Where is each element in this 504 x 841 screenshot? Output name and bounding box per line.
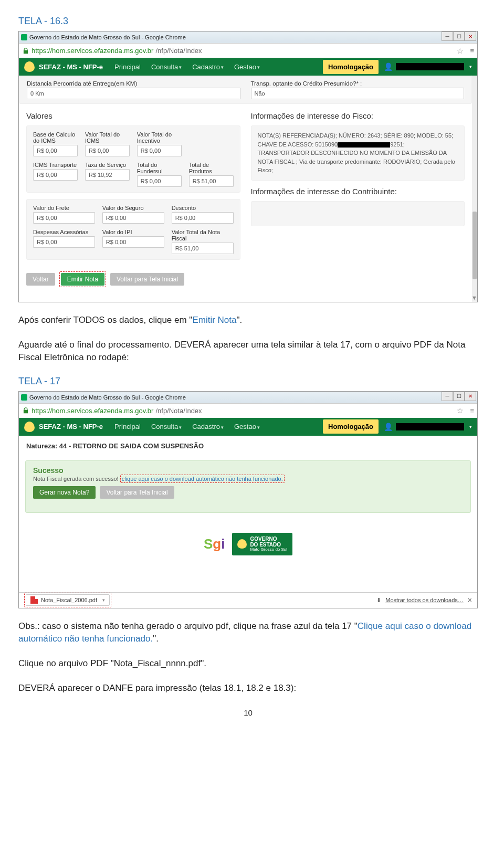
scrollbar-arrow-up[interactable]: ▲ <box>472 33 478 39</box>
browser-favicon <box>21 394 27 401</box>
taxa-servico-field: R$ 10,92 <box>85 169 130 181</box>
despesas-acessorias-field: R$ 0,00 <box>33 236 95 248</box>
url-host: https://hom.servicos.efazenda.ms.gov.br <box>32 47 153 55</box>
valor-total-icms-label: Valor Total do ICMS <box>85 131 130 144</box>
distancia-label: Distancia Percorrida até Entrega(em KM) <box>27 80 240 87</box>
browser-title: Governo do Estado de Mato Grosso do Sul … <box>29 34 186 40</box>
nav-gestao[interactable]: Gestao▾ <box>234 423 260 430</box>
redacted-info <box>338 142 390 148</box>
valor-frete-field: R$ 0,00 <box>33 212 95 224</box>
instruction-paragraph-3: Clique no arquivo PDF "Nota_Fiscal_nnnn.… <box>18 657 478 670</box>
minimize-button[interactable]: ─ <box>442 392 453 401</box>
download-filename: Nota_Fiscal_2006.pdf <box>41 597 97 603</box>
valor-total-nf-label: Valor Total da Nota Fiscal <box>172 229 234 241</box>
bookmark-star-icon[interactable]: ☆ <box>457 47 464 55</box>
download-fallback-link[interactable]: clique aqui caso o download automático n… <box>122 476 283 482</box>
lock-icon <box>22 47 29 55</box>
governo-logo: GOVERNODO ESTADOMato Grosso do Sul <box>232 533 292 555</box>
nav-consulta[interactable]: Consulta▾ <box>151 423 182 430</box>
url-host: https://hom.servicos.efazenda.ms.gov.br <box>32 407 153 415</box>
highlight-download-file: Nota_Fiscal_2006.pdf ▾ <box>24 593 111 607</box>
despesas-acessorias-label: Despesas Acessórias <box>33 229 95 235</box>
user-icon: 👤 <box>384 62 393 71</box>
app-shield-icon <box>24 61 35 72</box>
chrome-menu-icon[interactable]: ≡ <box>470 47 474 55</box>
window-buttons: ─ ☐ ✕ <box>442 31 476 41</box>
highlight-emitir-nota: Emitir Nota <box>59 271 106 287</box>
user-name-redacted <box>396 63 464 70</box>
user-name-redacted <box>396 423 464 430</box>
chrome-menu-icon[interactable]: ≡ <box>470 407 474 415</box>
url-path: /nfp/Nota/Index <box>155 407 202 415</box>
nav-gestao[interactable]: Gestao▾ <box>234 63 260 71</box>
download-arrow-icon: ⬇ <box>376 597 381 604</box>
close-download-bar[interactable]: × <box>468 596 472 604</box>
nav-principal[interactable]: Principal <box>114 423 141 430</box>
base-icms-label: Base de Calculo do ICMS <box>33 131 78 144</box>
emitir-nota-button[interactable]: Emitir Nota <box>61 273 104 286</box>
show-all-downloads-link[interactable]: Mostrar todos os downloads… <box>385 597 464 603</box>
valor-total-incentivo-label: Valor Total do Incentivo <box>137 131 182 144</box>
app-shield-icon <box>24 422 35 432</box>
chevron-down-icon: ▾ <box>179 425 182 430</box>
nav-cadastro[interactable]: Cadastro▾ <box>192 63 224 71</box>
nav-cadastro[interactable]: Cadastro▾ <box>192 423 224 430</box>
taxa-servico-label: Taxa de Serviço <box>85 162 130 168</box>
app-topbar: SEFAZ - MS - NFP-e Principal Consulta▾ C… <box>19 418 477 436</box>
tela-16-3-header: TELA - 16.3 <box>18 16 478 27</box>
close-button[interactable]: ✕ <box>465 392 476 401</box>
valor-total-nf-field: R$ 51,00 <box>172 243 234 254</box>
nav-consulta[interactable]: Consulta▾ <box>151 63 182 71</box>
voltar-tela-inicial-button[interactable]: Voltar para Tela Inicial <box>100 486 174 499</box>
fisco-heading: Informações de interesse do Fisco: <box>251 111 465 120</box>
transp-label: Transp. optante do Crédito Presumido?* : <box>251 80 465 87</box>
download-bar: Nota_Fiscal_2006.pdf ▾ ⬇ Mostrar todos o… <box>19 592 477 608</box>
url-path: /nfp/Nota/Index <box>155 47 202 55</box>
valor-total-incentivo-field: R$ 0,00 <box>137 145 182 156</box>
minimize-button[interactable]: ─ <box>442 31 453 41</box>
user-menu[interactable]: 👤 ▾ <box>384 423 472 431</box>
download-item[interactable]: Nota_Fiscal_2006.pdf ▾ <box>26 594 110 606</box>
chevron-down-icon[interactable]: ▾ <box>102 597 105 603</box>
chevron-down-icon: ▾ <box>469 424 472 429</box>
browser-addressbar: https://hom.servicos.efazenda.ms.gov.br/… <box>19 403 477 418</box>
chevron-down-icon: ▾ <box>179 65 182 70</box>
base-icms-field: R$ 0,00 <box>33 145 78 156</box>
homologacao-badge: Homologação <box>323 60 379 74</box>
fisco-info: NOTA(S) REFERENCIADA(S); NÚMERO: 2643; S… <box>251 125 465 181</box>
total-fundersul-label: Total do Fundersul <box>137 162 182 174</box>
success-panel: Sucesso Nota Fiscal gerada com sucesso! … <box>25 460 471 513</box>
voltar-tela-inicial-button[interactable]: Voltar para Tela Inicial <box>110 273 184 286</box>
maximize-button[interactable]: ☐ <box>453 392 465 401</box>
icms-transporte-label: ICMS Transporte <box>33 162 78 168</box>
chevron-down-icon: ▾ <box>257 65 260 70</box>
app-topbar: SEFAZ - MS - NFP-e Principal Consulta▾ C… <box>19 58 477 76</box>
chevron-down-icon: ▾ <box>221 65 224 70</box>
bookmark-star-icon[interactable]: ☆ <box>457 406 464 415</box>
valor-total-icms-field: R$ 0,00 <box>85 145 130 156</box>
valor-ipi-field: R$ 0,00 <box>102 236 164 248</box>
gerar-nova-nota-button[interactable]: Gerar nova Nota? <box>33 486 96 499</box>
chevron-down-icon: ▾ <box>221 425 224 430</box>
valor-ipi-label: Valor do IPI <box>102 229 164 235</box>
voltar-button[interactable]: Voltar <box>26 273 55 286</box>
transp-field[interactable]: Não <box>251 88 465 99</box>
desconto-field: R$ 0,00 <box>172 212 234 224</box>
browser-favicon <box>21 34 27 40</box>
vertical-scrollbar[interactable] <box>472 76 477 302</box>
maximize-button[interactable]: ☐ <box>453 31 465 41</box>
valor-seguro-label: Valor do Seguro <box>102 205 164 211</box>
sgi-logo: Sgi <box>204 536 225 552</box>
scrollbar-arrow-down[interactable]: ▼ <box>471 295 477 301</box>
desconto-label: Desconto <box>172 205 234 211</box>
browser-titlebar: Governo do Estado de Mato Grosso do Sul … <box>19 392 477 403</box>
app-brand: SEFAZ - MS - NFP-e <box>39 63 103 71</box>
instruction-paragraph-1: Após conferir TODOS os dados, clique em … <box>18 314 478 327</box>
homologacao-badge: Homologação <box>323 419 379 434</box>
browser-addressbar: https://hom.servicos.efazenda.ms.gov.br/… <box>19 43 477 58</box>
lock-icon <box>22 407 29 414</box>
distancia-field[interactable]: 0 Km <box>27 88 240 99</box>
natureza-row: Natureza: 44 - RETORNO DE SAIDA COM SUSP… <box>19 436 477 456</box>
user-menu[interactable]: 👤 ▾ <box>384 62 472 71</box>
nav-principal[interactable]: Principal <box>114 63 141 71</box>
